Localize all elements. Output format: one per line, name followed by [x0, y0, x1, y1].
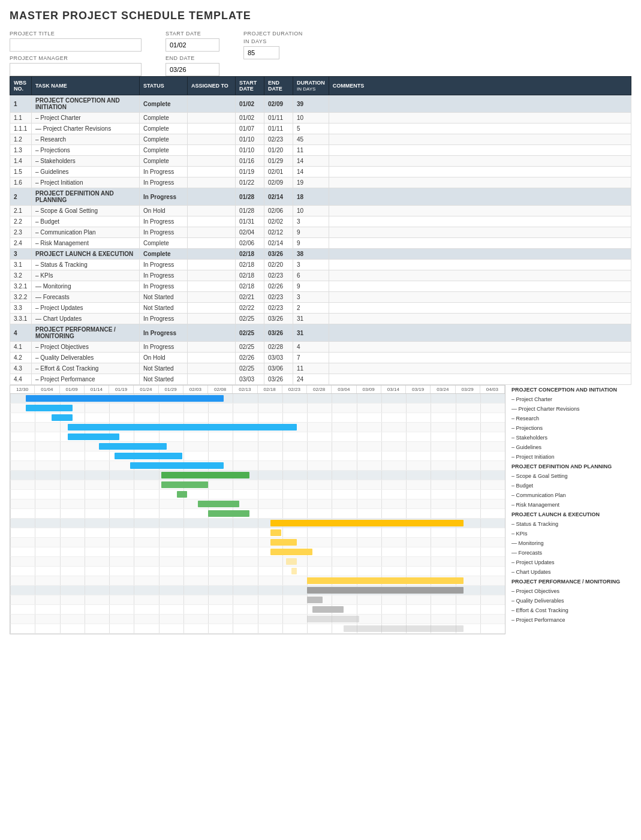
cell-comments [329, 216, 631, 227]
cell-duration: 19 [293, 177, 329, 188]
cell-status: On Hold [140, 206, 188, 216]
cell-start: 02/18 [236, 249, 264, 260]
cell-duration: 10 [293, 113, 329, 124]
cell-task: PROJECT CONCEPTION AND INITIATION [32, 95, 140, 113]
cell-end: 01/11 [264, 124, 293, 134]
gantt-header-cell: 02/03 [183, 386, 208, 393]
cell-task: PROJECT PERFORMANCE / MONITORING [32, 324, 140, 342]
gantt-row [10, 394, 505, 404]
cell-assigned [188, 314, 236, 324]
cell-assigned [188, 156, 236, 167]
cell-end: 01/11 [264, 113, 293, 124]
cell-wbs: 4.4 [10, 374, 32, 385]
gantt-header-cell: 01/09 [60, 386, 85, 393]
project-manager-label: PROJECT MANAGER [10, 55, 142, 61]
cell-status: In Progress [140, 167, 188, 177]
cell-comments [329, 292, 631, 303]
gantt-row [10, 576, 505, 586]
cell-assigned [188, 134, 236, 145]
cell-end: 02/09 [264, 177, 293, 188]
gantt-legend-item: – Stakeholders [511, 433, 631, 442]
cell-comments [329, 177, 631, 188]
cell-start: 02/04 [236, 227, 264, 238]
cell-end: 02/23 [264, 134, 293, 145]
end-date-input[interactable] [165, 63, 219, 76]
cell-assigned [188, 227, 236, 238]
cell-assigned [188, 238, 236, 249]
gantt-header-cell: 02/08 [208, 386, 233, 393]
gantt-legend-item: — Monitoring [511, 538, 631, 548]
gantt-row [10, 567, 505, 576]
gantt-row [10, 499, 505, 509]
cell-duration: 31 [293, 314, 329, 324]
cell-task: – Project Charter [32, 113, 140, 124]
cell-duration: 11 [293, 145, 329, 156]
gantt-row [10, 423, 505, 432]
gantt-row [10, 442, 505, 451]
cell-start: 02/26 [236, 353, 264, 363]
cell-wbs: 3 [10, 249, 32, 260]
cell-start: 03/03 [236, 374, 264, 385]
cell-duration: 11 [293, 363, 329, 374]
cell-status: On Hold [140, 353, 188, 363]
gantt-legend-item: — Project Charter Revisions [511, 404, 631, 414]
start-date-input[interactable] [165, 38, 219, 52]
gantt-bar [291, 568, 297, 574]
cell-task: — Chart Updates [32, 314, 140, 324]
cell-start: 02/06 [236, 238, 264, 249]
cell-status: Complete [140, 238, 188, 249]
gantt-legend-item: – Project Initiation [511, 452, 631, 462]
cell-duration: 24 [293, 374, 329, 385]
cell-comments [329, 238, 631, 249]
th-comments: COMMENTS [329, 77, 631, 95]
cell-start: 01/19 [236, 167, 264, 177]
cell-wbs: 1.4 [10, 156, 32, 167]
gantt-row [10, 480, 505, 490]
gantt-legend-item: – Quality Deliverables [511, 596, 631, 606]
cell-assigned [188, 292, 236, 303]
cell-assigned [188, 324, 236, 342]
cell-start: 02/18 [236, 270, 264, 281]
gantt-header-cell: 02/18 [258, 386, 282, 393]
gantt-legend-item: – Project Performance [511, 615, 631, 625]
cell-task: – Guidelines [32, 167, 140, 177]
gantt-legend-item: – Effort & Cost Tracking [511, 606, 631, 615]
cell-start: 01/02 [236, 95, 264, 113]
th-duration: DURATION in days [293, 77, 329, 95]
cell-end: 03/06 [264, 363, 293, 374]
project-manager-input[interactable] [10, 63, 142, 76]
cell-comments [329, 167, 631, 177]
cell-duration: 31 [293, 324, 329, 342]
gantt-legend-item: – Chart Updates [511, 567, 631, 577]
cell-comments [329, 206, 631, 216]
cell-status: In Progress [140, 188, 188, 206]
cell-status: Complete [140, 134, 188, 145]
start-date-label: START DATE [165, 31, 219, 37]
cell-duration: 6 [293, 270, 329, 281]
gantt-header-cell: 03/09 [357, 386, 381, 393]
gantt-row [10, 471, 505, 480]
gantt-header-cell: 02/23 [282, 386, 307, 393]
cell-start: 01/07 [236, 124, 264, 134]
cell-task: – Stakeholders [32, 156, 140, 167]
cell-assigned [188, 363, 236, 374]
duration-sub: in days [243, 38, 303, 44]
cell-task: – Budget [32, 216, 140, 227]
gantt-legend-item: PROJECT DEFINITION AND PLANNING [511, 462, 631, 471]
cell-assigned [188, 177, 236, 188]
gantt-header-cell: 03/04 [332, 386, 356, 393]
gantt-row [10, 557, 505, 567]
gantt-bar [26, 395, 224, 402]
cell-wbs: 1.5 [10, 167, 32, 177]
cell-wbs: 3.3.1 [10, 314, 32, 324]
cell-wbs: 1 [10, 95, 32, 113]
cell-duration: 3 [293, 216, 329, 227]
duration-input[interactable] [243, 46, 279, 59]
cell-end: 03/26 [264, 314, 293, 324]
cell-task: — Project Charter Revisions [32, 124, 140, 134]
gantt-bar [198, 501, 239, 507]
project-title-input[interactable] [10, 38, 142, 52]
cell-end: 03/26 [264, 249, 293, 260]
gantt-header-cell: 01/04 [35, 386, 59, 393]
th-status: STATUS [140, 77, 188, 95]
